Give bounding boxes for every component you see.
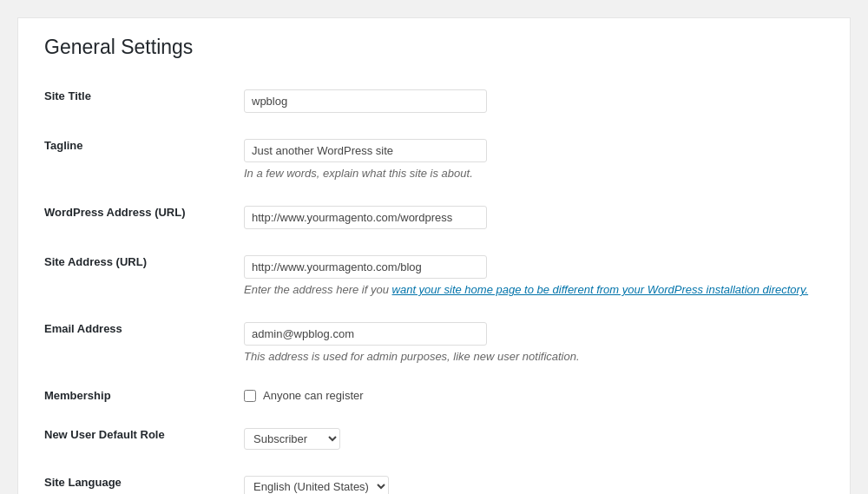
cell-site-language: English (United States) English (UK) Spa…	[235, 463, 824, 494]
site-address-description: Enter the address here if you want your …	[244, 283, 815, 296]
row-site-address: Site Address (URL) Enter the address her…	[44, 242, 824, 309]
label-wp-address: WordPress Address (URL)	[44, 193, 235, 242]
label-tagline: Tagline	[44, 126, 235, 193]
membership-checkbox[interactable]	[244, 390, 256, 402]
cell-tagline: In a few words, explain what this site i…	[235, 126, 824, 193]
email-address-description: This address is used for admin purposes,…	[244, 350, 815, 363]
cell-site-title	[235, 76, 824, 126]
label-site-title: Site Title	[44, 76, 235, 126]
tagline-input[interactable]	[244, 139, 487, 162]
label-new-user-role: New User Default Role	[44, 415, 235, 463]
label-email-address: Email Address	[44, 309, 235, 376]
membership-checkbox-wrap: Anyone can register	[244, 389, 815, 402]
tagline-description: In a few words, explain what this site i…	[244, 167, 815, 180]
site-language-select[interactable]: English (United States) English (UK) Spa…	[244, 476, 389, 494]
label-membership: Membership	[44, 376, 235, 415]
label-site-language: Site Language	[44, 463, 235, 494]
cell-site-address: Enter the address here if you want your …	[235, 242, 824, 309]
cell-membership: Anyone can register	[235, 376, 824, 415]
row-site-language: Site Language English (United States) En…	[44, 463, 824, 494]
membership-checkbox-label[interactable]: Anyone can register	[263, 389, 364, 402]
row-email-address: Email Address This address is used for a…	[44, 309, 824, 376]
site-title-input[interactable]	[244, 89, 487, 113]
wp-address-input[interactable]	[244, 206, 487, 229]
row-tagline: Tagline In a few words, explain what thi…	[44, 126, 824, 193]
settings-container: General Settings Site Title Tagline In a…	[17, 17, 851, 494]
row-new-user-role: New User Default Role Subscriber Contrib…	[44, 415, 824, 463]
row-membership: Membership Anyone can register	[44, 376, 824, 415]
site-address-desc-link[interactable]: want your site home page to be different…	[392, 283, 809, 296]
new-user-role-select[interactable]: Subscriber Contributor Author Editor Adm…	[244, 428, 340, 450]
site-address-input[interactable]	[244, 255, 487, 279]
page-title: General Settings	[44, 36, 824, 59]
row-wp-address: WordPress Address (URL)	[44, 193, 824, 242]
cell-new-user-role: Subscriber Contributor Author Editor Adm…	[235, 415, 824, 463]
form-table: Site Title Tagline In a few words, expla…	[44, 76, 824, 494]
label-site-address: Site Address (URL)	[44, 242, 235, 309]
site-address-desc-prefix: Enter the address here if you	[244, 283, 392, 296]
row-site-title: Site Title	[44, 76, 824, 126]
email-address-input[interactable]	[244, 322, 487, 346]
cell-wp-address	[235, 193, 824, 242]
cell-email-address: This address is used for admin purposes,…	[235, 309, 824, 376]
